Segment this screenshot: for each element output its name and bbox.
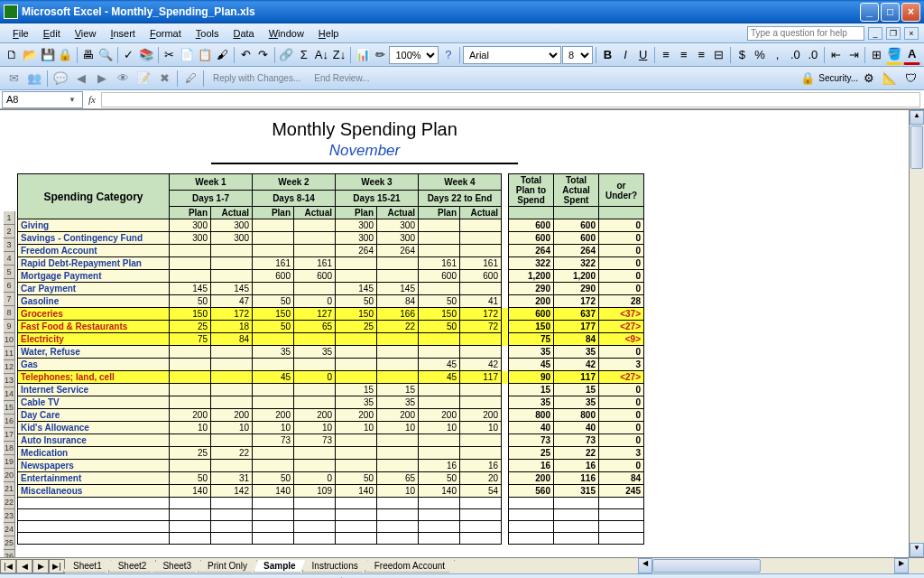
cell-under[interactable]: 0 [599, 257, 644, 270]
col-plan[interactable]: Plan [419, 207, 460, 219]
cell-plan[interactable]: 150 [419, 308, 460, 321]
cell-actual[interactable] [377, 460, 419, 472]
cell-actual[interactable] [294, 447, 336, 460]
cell-plan[interactable] [170, 270, 211, 283]
cell-plan[interactable]: 25 [170, 447, 211, 460]
col-week[interactable]: Week 4 [419, 174, 502, 191]
cell-actual[interactable] [294, 396, 336, 409]
cell-actual[interactable]: 145 [211, 283, 253, 295]
font-size-select[interactable]: 8 [562, 46, 593, 64]
cell-actual[interactable] [294, 283, 336, 295]
cell-actual[interactable]: 10 [294, 422, 336, 434]
cell-plan[interactable] [170, 384, 211, 396]
cell-under[interactable]: 28 [599, 295, 644, 308]
autosum-icon[interactable]: Σ [296, 45, 313, 65]
cell-category[interactable]: Savings - Contingency Fund [18, 232, 170, 245]
cell-total-plan[interactable] [509, 509, 554, 521]
line-color-icon[interactable]: 🖊 [371, 575, 391, 579]
cell-plan[interactable]: 200 [253, 409, 294, 422]
cell-category[interactable]: Miscellaneous [18, 485, 170, 498]
cell-actual[interactable]: 300 [377, 232, 419, 245]
cell-actual[interactable] [460, 396, 502, 409]
cell-total-actual[interactable]: 73 [554, 434, 599, 447]
cell-plan[interactable]: 50 [170, 295, 211, 308]
col-days[interactable]: Days 1-7 [170, 191, 253, 207]
decrease-indent-icon[interactable]: ⇤ [827, 45, 845, 65]
cell-actual[interactable]: 161 [460, 257, 502, 270]
cell-total-plan[interactable]: 90 [509, 371, 554, 384]
cell-actual[interactable] [294, 245, 336, 257]
cell-actual[interactable]: 10 [460, 422, 502, 434]
cell-actual[interactable] [460, 498, 502, 509]
cell-actual[interactable] [460, 434, 502, 447]
col-actual[interactable]: Actual [460, 207, 502, 219]
cell-category[interactable]: Kid's Allowance [18, 422, 170, 434]
scroll-left-icon[interactable]: ◀ [638, 558, 652, 573]
cell-plan[interactable]: 10 [170, 422, 211, 434]
cell-under[interactable]: 84 [599, 472, 644, 485]
minimize-button[interactable]: _ [860, 3, 879, 22]
doc-close-button[interactable]: × [904, 27, 919, 40]
cell-plan[interactable] [170, 371, 211, 384]
cell-total-actual[interactable]: 177 [554, 321, 599, 333]
cell-total-actual[interactable]: 600 [554, 219, 599, 232]
cell-total-actual[interactable]: 35 [554, 346, 599, 359]
cell-actual[interactable] [294, 333, 336, 346]
sheet-tab-print-only[interactable]: Print Only [198, 560, 257, 573]
col-week[interactable]: Week 2 [253, 174, 336, 191]
col-under[interactable]: or Under? [599, 174, 644, 207]
cell-plan[interactable] [336, 371, 377, 384]
cell-plan[interactable]: 600 [253, 270, 294, 283]
cell-actual[interactable]: 84 [211, 333, 253, 346]
cell-plan[interactable]: 45 [419, 371, 460, 384]
print-preview-icon[interactable]: 🔍 [97, 45, 115, 65]
cell-under[interactable]: <27> [599, 371, 644, 384]
help-icon[interactable]: ? [439, 45, 457, 65]
cell-under[interactable] [599, 521, 644, 533]
cell-actual[interactable] [211, 245, 253, 257]
name-box-dropdown-icon[interactable]: ▼ [66, 96, 79, 104]
cell-plan[interactable] [336, 521, 377, 533]
tab-next-icon[interactable]: ▶ [32, 559, 49, 573]
cell-actual[interactable] [460, 232, 502, 245]
row-number[interactable]: 3 [4, 238, 15, 252]
cell-plan[interactable]: 140 [170, 485, 211, 498]
cell-actual[interactable] [460, 219, 502, 232]
cell-actual[interactable] [211, 270, 253, 283]
cell-plan[interactable] [336, 533, 377, 545]
sheet-tab-sheet2[interactable]: Sheet2 [108, 560, 157, 573]
cell-plan[interactable] [253, 396, 294, 409]
cell-plan[interactable]: 200 [419, 409, 460, 422]
cell-plan[interactable] [336, 270, 377, 283]
row-number[interactable]: 9 [4, 320, 15, 333]
security-lock-icon[interactable]: 🔒 [798, 69, 818, 89]
cell-total-actual[interactable]: 637 [554, 308, 599, 321]
cell-total-actual[interactable] [554, 498, 599, 509]
cell-category[interactable]: Entertainment [18, 472, 170, 485]
diagram-icon[interactable]: ◈ [269, 575, 289, 579]
table-row[interactable]: Kid's Allowance101010101010101040400 [18, 422, 644, 434]
cell-under[interactable]: 0 [599, 434, 644, 447]
name-box-input[interactable] [3, 94, 66, 105]
cell-plan[interactable]: 50 [336, 295, 377, 308]
cell-actual[interactable]: 42 [460, 359, 502, 371]
cell-under[interactable]: 0 [599, 384, 644, 396]
cell-category[interactable]: Mortgage Payment [18, 270, 170, 283]
col-total-plan[interactable]: Total Plan to Spend [509, 174, 554, 207]
spending-table[interactable]: Spending CategoryWeek 1Week 2Week 3Week … [17, 173, 644, 545]
col-category[interactable]: Spending Category [18, 174, 170, 219]
cell-total-plan[interactable]: 200 [509, 472, 554, 485]
menu-edit[interactable]: Edit [36, 26, 68, 41]
tab-prev-icon[interactable]: ◀ [16, 559, 32, 573]
cell-plan[interactable]: 50 [170, 472, 211, 485]
cell-actual[interactable]: 0 [294, 472, 336, 485]
cell-actual[interactable]: 166 [377, 308, 419, 321]
cell-total-actual[interactable]: 322 [554, 257, 599, 270]
cell-total-plan[interactable]: 16 [509, 460, 554, 472]
cell-actual[interactable] [211, 498, 253, 509]
cell-plan[interactable] [336, 460, 377, 472]
cell-total-actual[interactable]: 800 [554, 409, 599, 422]
hyperlink-icon[interactable]: 🔗 [278, 45, 295, 65]
scroll-up-icon[interactable]: ▲ [910, 110, 924, 125]
cell-total-actual[interactable]: 40 [554, 422, 599, 434]
